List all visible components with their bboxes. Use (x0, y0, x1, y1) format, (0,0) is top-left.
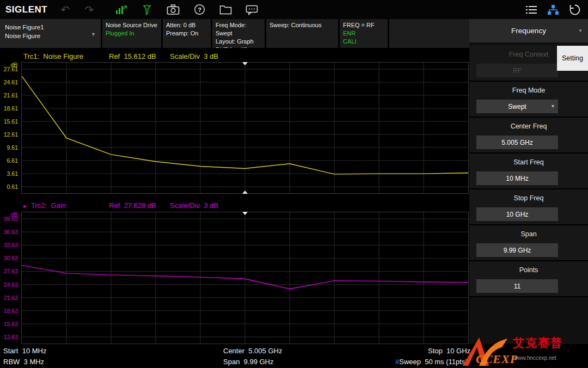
atten-preamp-section[interactable]: Atten: 0 dB Preamp: On (163, 19, 211, 48)
trace2-scale[interactable]: Scale/Div 3 dB (170, 201, 218, 210)
menu-item-value[interactable]: RF ▾ (476, 64, 558, 77)
menu-item-start-freq[interactable]: Start Freq 10 MHz ▾ (469, 154, 588, 189)
y-tick-label: 27.63 (4, 268, 18, 274)
sweep-section[interactable]: Sweep: Continuous (266, 19, 338, 48)
y-tick-label: 24.63 (4, 281, 18, 288)
menu-item-label: Span (469, 225, 588, 241)
console-icon[interactable] (245, 3, 258, 16)
y-tick-label: 15.63 (4, 321, 18, 327)
help-icon[interactable]: ? (193, 3, 206, 16)
funnel-icon[interactable] (140, 3, 154, 16)
toolbar-right-group (525, 3, 581, 16)
panel-title: Frequency (511, 27, 546, 35)
trace2-plot-area[interactable] (21, 212, 469, 344)
trace1-scale[interactable]: Scale/Div 3 dB (170, 52, 218, 60)
trace2-header: ▸ Trc2: Gain Ref 27.628 dB Scale/Div 3 d… (22, 201, 468, 211)
y-tick-label: 18.61 (4, 105, 18, 112)
network-topology-icon[interactable] (547, 3, 560, 16)
cali-status: CALI (343, 38, 384, 46)
history-icon[interactable] (568, 3, 581, 16)
trace1-header: ▸ Trc1: Noise Figure Ref 15.612 dB Scale… (22, 52, 468, 62)
chevron-down-icon: ▾ (552, 103, 554, 109)
layout-value: Layout: Graph (216, 38, 261, 46)
menu-item-label: Freq Mode (469, 82, 588, 97)
trace1-ref-level[interactable]: Ref 15.612 dB (109, 52, 156, 60)
watermark-site-text: www.hnccexp.net (514, 355, 556, 361)
mode-section[interactable]: Freq Mode: Swept Layout: Graph DUT:Ampli… (212, 19, 265, 48)
menu-item-label: Center Freq (469, 118, 588, 133)
menu-item-value-text: 10 MHz (506, 175, 528, 182)
trace1-plot-area[interactable] (21, 62, 469, 194)
y-tick-label: 24.61 (4, 79, 18, 85)
siglent-logo: SIGLENT (5, 4, 52, 15)
measurement-type: Noise Figure (5, 32, 97, 40)
status-start-freq: Start 10 MHz (3, 347, 46, 355)
active-trace-arrow: ▸ (23, 203, 27, 210)
menu-item-value[interactable]: 9.99 GHz ▾ (476, 243, 558, 257)
menu-item-value-text: 5.005 GHz (501, 139, 532, 146)
y-tick-label: 33.63 (4, 242, 18, 248)
status-span: Span 9.99 GHz (223, 358, 274, 366)
freq-mode-value: Freq Mode: Swept (216, 21, 261, 38)
menu-item-value[interactable]: 5.005 GHz ▾ (476, 136, 558, 149)
trace1-title[interactable]: Trc1: Noise Figure (23, 52, 83, 60)
menu-item-label: Stop Freq (469, 189, 588, 205)
menu-item-value-text: Swept (508, 103, 526, 111)
menu-item-value[interactable]: 11 ▾ (476, 279, 558, 293)
sweep-mode-value: Sweep: Continuous (270, 21, 335, 29)
status-sweep-text: Sweep 50 ms (11pts) (399, 358, 467, 366)
panel-title-button[interactable]: Frequency ▼ (469, 19, 588, 42)
y-tick-label: 9.61 (7, 144, 18, 151)
menu-item-label: Points (469, 261, 588, 277)
noise-source-section[interactable]: Noise Source Drive Plugged In (102, 19, 161, 48)
chevron-down-icon: ▼ (578, 28, 583, 33)
menu-item-points[interactable]: Points 11 ▾ (469, 261, 588, 297)
noise-source-status: Plugged In (106, 29, 158, 38)
measurement-name: Noise Figure1 (5, 23, 97, 32)
y-tick-label: 21.63 (4, 295, 18, 301)
frequency-panel: Frequency ▼ Freq Context RF ▾ Freq Mode … (469, 19, 588, 344)
trace2-plot (22, 212, 468, 344)
menu-item-value[interactable]: Swept ▾ (476, 100, 558, 113)
y-tick-label: 18.63 (4, 308, 18, 314)
menu-item-value-text: RF (513, 67, 522, 75)
menu-item-span[interactable]: Span 9.99 GHz ▾ (469, 225, 588, 261)
y-tick-label: 6.61 (7, 157, 18, 164)
menu-list-icon[interactable] (525, 3, 538, 16)
trace2-title[interactable]: Trc2: Gain (31, 201, 66, 210)
y-tick-label: 15.61 (4, 118, 18, 125)
trace2-y-axis-labels: dB 39.6336.6333.6330.6327.6324.6321.6318… (0, 212, 20, 344)
menu-item-value[interactable]: 10 GHz ▾ (476, 207, 558, 221)
menu-item-freq-mode[interactable]: Freq Mode Swept ▾ (469, 82, 588, 118)
svg-text:?: ? (198, 7, 201, 13)
center-freq-marker-bottom (242, 191, 248, 194)
y-tick-label: 0.61 (7, 183, 18, 190)
frequency-menu: Freq Context RF ▾ Freq Mode Swept ▾ Cent… (469, 46, 588, 297)
y-tick-label: 3.61 (7, 170, 18, 177)
menu-item-stop-freq[interactable]: Stop Freq 10 GHz ▾ (469, 189, 588, 225)
trace2-ref-level[interactable]: Ref 27.628 dB (109, 201, 156, 210)
y-tick-label: 36.63 (4, 229, 18, 235)
graph-area: ▸ Trc1: Noise Figure Ref 15.612 dB Scale… (0, 48, 469, 344)
menu-item-label: Start Freq (469, 154, 588, 169)
setting-tab[interactable]: Setting (557, 46, 588, 71)
trace1-y-axis-labels: dB 27.6124.6121.6118.6115.6112.619.616.6… (0, 63, 20, 193)
freq-rf-value: FREQ = RF (343, 21, 384, 29)
status-sweep: #Sweep 50 ms (11pts) (395, 358, 468, 366)
redo-icon[interactable]: ↷ (83, 3, 96, 16)
file-icon[interactable] (219, 3, 232, 16)
measurement-selector[interactable]: Noise Figure1 Noise Figure ▼ (0, 19, 101, 48)
watermark: 艾克赛普 CCEXP www.hnccexp.net (461, 335, 587, 367)
atten-value: Atten: 0 dB (166, 21, 207, 29)
menu-item-center-freq[interactable]: Center Freq 5.005 GHz ▾ (469, 118, 588, 154)
menu-item-value-text: 9.99 GHz (504, 247, 531, 254)
undo-icon[interactable]: ↶ (59, 3, 72, 16)
freq-status-section[interactable]: FREQ = RF ENR CALI (340, 19, 388, 48)
screenshot-icon[interactable] (167, 3, 180, 16)
menu-item-value[interactable]: 10 MHz ▾ (476, 171, 558, 185)
noise-figure-analyzer-screen: SIGLENT ↶ ↷ ? (0, 0, 588, 368)
signal-bars-icon[interactable] (114, 3, 127, 16)
measurement-info-bar: Noise Figure1 Noise Figure ▼ Noise Sourc… (0, 19, 469, 48)
enr-status: ENR (343, 29, 384, 38)
menu-item-value-text: 11 (514, 283, 520, 290)
